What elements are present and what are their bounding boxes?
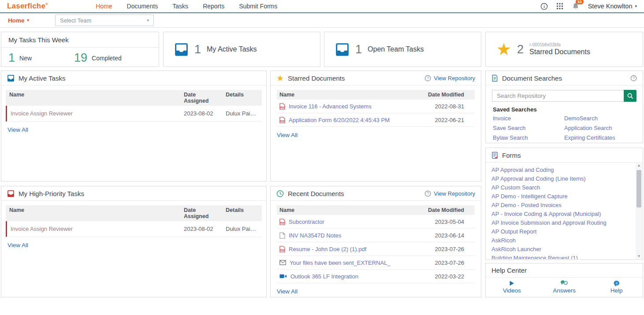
help-help-link[interactable]: ? Help <box>590 280 643 294</box>
form-link[interactable]: AP Approval and Coding <box>491 166 631 174</box>
view-all-link[interactable]: View All <box>277 288 298 295</box>
active-tasks-label: My Active Tasks <box>207 45 257 53</box>
saved-searches-label: Saved Searches <box>493 106 636 113</box>
play-icon <box>509 280 515 286</box>
saved-search-link[interactable]: Bylaw Search <box>493 133 564 143</box>
form-link[interactable]: AP - Invoice Coding & Approval (Municipa… <box>491 210 631 219</box>
view-all-link[interactable]: View All <box>7 126 28 133</box>
document-search-icon <box>491 74 498 82</box>
help-videos-link[interactable]: Videos <box>486 280 538 294</box>
table-row[interactable]: Your files have been sent_EXTERNAL_ 2023… <box>277 256 475 270</box>
task-link[interactable]: Invoice Assign Reviewer <box>11 226 73 232</box>
open-team-tasks-label: Open Team Tasks <box>368 45 424 53</box>
saved-search-link[interactable]: Invoice <box>493 114 564 123</box>
my-tasks-this-week-card[interactable]: My Tasks This Week 1 New 19 Completed <box>1 32 159 67</box>
doc-date-modified: 2023-06-14 <box>422 232 475 239</box>
open-team-tasks-card[interactable]: 1 Open Team Tasks <box>324 32 481 67</box>
table-row[interactable]: Invoice Assign Reviewer 2023-08-02 Dulux… <box>6 221 262 237</box>
view-all-link[interactable]: View All <box>7 242 28 248</box>
question-circle-icon[interactable]: ? <box>424 75 431 82</box>
document-link[interactable]: Application Form 6/20/2022 4:45:43 PM <box>289 117 390 123</box>
form-link[interactable]: AP Demo - Posted Invoices <box>491 201 631 210</box>
info-icon[interactable] <box>540 3 548 10</box>
inbox-icon <box>7 74 15 82</box>
starred-documents-card[interactable]: ★ 2 r-0001b6e03bfa Starred Documents <box>485 32 643 67</box>
laserfiche-logo: Laserfiche® <box>7 2 48 11</box>
saved-search-link[interactable]: DemoSearch <box>564 114 636 123</box>
view-repository-link[interactable]: View Repository <box>434 75 475 82</box>
svg-text:PDF: PDF <box>280 119 285 122</box>
table-row[interactable]: Invoice Assign Reviewer 2023-08-02 Dulux… <box>6 106 262 122</box>
form-link[interactable]: AP Custom Search <box>491 183 631 192</box>
user-menu[interactable]: Steve Knowlton ▾ <box>588 3 637 10</box>
view-repository-link[interactable]: View Repository <box>434 190 475 197</box>
inbox-icon <box>174 42 189 57</box>
column-header-name: Name <box>6 90 180 106</box>
top-navigation-bar: Laserfiche® Home Documents Tasks Reports… <box>0 0 644 13</box>
saved-search-link[interactable]: Application Search <box>564 123 636 133</box>
forms-scrollbar[interactable] <box>636 163 642 259</box>
column-header-details: Details <box>222 90 262 106</box>
my-active-tasks-card[interactable]: 1 My Active Tasks <box>163 32 320 67</box>
form-link[interactable]: AP Demo - Intelligent Capture <box>491 192 631 201</box>
svg-text:PDF: PDF <box>280 221 285 224</box>
question-circle-icon[interactable]: ? <box>424 190 431 197</box>
table-row[interactable]: PDF Subcontractor 2023-05-04 <box>277 215 475 229</box>
document-link[interactable]: INV NA3547D Notes <box>289 232 341 239</box>
table-row[interactable]: Outlook 365 LF Integration 2022-03-22 <box>277 270 475 283</box>
home-dropdown[interactable]: Home ▾ <box>8 17 29 24</box>
recent-docs-table: Name Date Modified PDF Subcontractor 202… <box>277 205 475 283</box>
column-header-date-assigned: Date Assigned <box>180 205 222 221</box>
nav-submit-forms[interactable]: Submit Forms <box>239 3 277 10</box>
form-link[interactable]: AP Approval and Coding (Line Items) <box>491 174 631 183</box>
table-row[interactable]: PDF Resume - John Doe (2) (1).pdf 2023-0… <box>277 242 475 256</box>
scroll-down-icon[interactable] <box>636 254 642 259</box>
open-team-tasks-count: 1 <box>355 43 362 56</box>
task-details: Dulux Paints I... <box>222 221 262 237</box>
task-link[interactable]: Invoice Assign Reviewer <box>11 110 73 117</box>
question-circle-icon[interactable]: ? <box>630 75 637 82</box>
svg-text:?: ? <box>427 191 429 196</box>
panel-title: My High-Priority Tasks <box>19 190 84 197</box>
table-row[interactable]: PDF Invoice 116 - Advanced Systems 2022-… <box>277 100 475 113</box>
doc-date-modified: 2023-05-04 <box>422 219 475 225</box>
saved-search-link[interactable]: Save Search <box>493 123 564 133</box>
document-link[interactable]: Invoice 116 - Advanced Systems <box>289 103 372 110</box>
video-file-icon <box>279 274 287 279</box>
app-launcher-icon[interactable] <box>556 3 563 10</box>
scroll-up-icon[interactable] <box>636 163 642 168</box>
search-repository-input[interactable] <box>492 90 624 102</box>
nav-tasks[interactable]: Tasks <box>172 3 188 10</box>
notifications-bell-icon[interactable]: 15 <box>572 2 580 10</box>
nav-home[interactable]: Home <box>96 3 112 10</box>
panel-title: Starred Documents <box>288 74 345 82</box>
form-link[interactable]: AP Invoice Submission and Approval Routi… <box>491 219 631 227</box>
high-priority-tasks-table: Name Date Assigned Details Invoice Assig… <box>6 205 262 237</box>
help-answers-link[interactable]: ? Answers <box>538 280 591 294</box>
form-link[interactable]: AskRicoh Launcher <box>491 245 631 254</box>
select-team-dropdown[interactable]: Select Team ▾ <box>55 15 154 26</box>
chevron-down-icon: ▾ <box>635 4 637 8</box>
nav-documents[interactable]: Documents <box>127 3 158 10</box>
help-center-panel: Help Center Videos ? Answers ? Help <box>485 263 643 297</box>
svg-text:?: ? <box>616 282 618 285</box>
document-link[interactable]: Subcontractor <box>289 219 324 225</box>
view-all-link[interactable]: View All <box>277 132 298 138</box>
saved-search-link[interactable]: Expiring Certificates <box>564 133 636 143</box>
table-row[interactable]: PDF Application Form 6/20/2022 4:45:43 P… <box>277 113 475 127</box>
search-button[interactable] <box>624 90 637 102</box>
notification-badge: 15 <box>576 0 584 4</box>
star-icon: ★ <box>496 42 511 57</box>
form-link[interactable]: AP Output Report <box>491 227 631 236</box>
document-link[interactable]: Your files have been sent_EXTERNAL_ <box>290 259 391 266</box>
svg-text:PDF: PDF <box>280 248 285 251</box>
form-link[interactable]: Building Maintenance Request (1) <box>491 254 631 259</box>
scrollbar-thumb[interactable] <box>637 170 641 208</box>
document-link[interactable]: Resume - John Doe (2) (1).pdf <box>289 246 366 252</box>
new-tasks-count: 1 <box>8 51 15 65</box>
document-link[interactable]: Outlook 365 LF Integration <box>290 273 358 280</box>
topnav-right-controls: 15 Steve Knowlton ▾ <box>540 2 637 10</box>
nav-reports[interactable]: Reports <box>203 3 224 10</box>
form-link[interactable]: AskRicoh <box>491 236 631 245</box>
table-row[interactable]: INV NA3547D Notes 2023-06-14 <box>277 229 475 242</box>
